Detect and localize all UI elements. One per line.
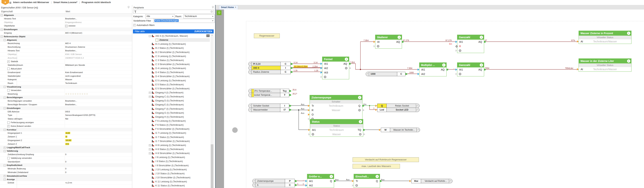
output-port-label[interactable]: AQ: [441, 67, 444, 72]
io-source-capsule[interactable]: iPi 3,14C: [248, 62, 291, 66]
property-row[interactable]: Einheit<v.2>m: [0, 181, 132, 185]
property-value[interactable]: Mittelwert pro Stunde: [65, 63, 85, 67]
filter-reset-button[interactable]: ZURÜCKSETZEN: [194, 29, 212, 33]
tree-item[interactable]: F 6 Leistung (I) (Technikraum): [133, 119, 210, 123]
info-icon[interactable]: i: [249, 71, 252, 73]
tree-item[interactable]: G 7 Stromzähler (I) (Technikraum): [133, 139, 210, 143]
property-value[interactable]: 15D80377.KGI0.5.3: [65, 56, 84, 60]
input-connector[interactable]: [308, 118, 310, 120]
add-output-icon[interactable]: +: [358, 109, 361, 112]
output-port-label[interactable]: AQ: [344, 62, 347, 66]
tree-item[interactable]: +Eingang C (I) (Technikraum): [133, 95, 210, 99]
property-value[interactable]: Bearbeiten...: [65, 103, 77, 106]
output-port-label[interactable]: Q: [376, 179, 378, 183]
expander-icon[interactable]: −: [4, 107, 6, 109]
checkbox[interactable]: ✓: [7, 125, 10, 127]
tree-item[interactable]: E 5 Status (I) (Technikraum): [133, 82, 210, 86]
input-connector[interactable]: [306, 180, 307, 182]
tree-item[interactable]: B 2 Stromzähler (I) (Technikraum): [133, 50, 210, 54]
expander-icon[interactable]: +: [4, 147, 6, 149]
logic-block[interactable]: ZisternenpumpeiSchalterTechnikraumTrQWas…: [310, 95, 362, 121]
info-icon[interactable]: i: [359, 120, 362, 123]
logic-block[interactable]: Wasser Zisterne in ProzentiVirtueller St…: [578, 31, 632, 44]
info-icon[interactable]: i: [345, 58, 348, 61]
info-icon[interactable]: i: [627, 59, 630, 63]
property-value[interactable]: KNX / EIB Sensor: [65, 53, 82, 56]
property-row[interactable]: Objektfarbeeeeeee: [0, 24, 132, 28]
io-source-capsule[interactable]: i1000C: [366, 72, 406, 76]
expander-icon[interactable]: −: [149, 35, 151, 37]
property-value[interactable]: 0: [65, 153, 66, 156]
logic-block[interactable]: StatusiStatusTechnikraumAI1TQWasser++: [310, 119, 363, 137]
expander-icon[interactable]: −: [1, 14, 3, 16]
auto-filter-checkbox[interactable]: ✓: [133, 24, 136, 26]
tree-item[interactable]: F 6 Status (I) (Technikraum): [133, 123, 210, 127]
info-icon[interactable]: i: [417, 129, 420, 131]
input-port-label[interactable]: AI2: [309, 183, 313, 188]
output-port-label[interactable]: AQ: [396, 40, 400, 44]
property-value[interactable]: nicht zugeordnet: [65, 74, 81, 78]
info-icon[interactable]: i: [358, 96, 361, 99]
property-value[interactable]: 2,5: [65, 142, 69, 146]
property-row[interactable]: BeschreibungDrucksensor Zisterne: [0, 45, 132, 49]
property-row[interactable]: Eingangswert 14,02: [0, 131, 132, 135]
tree-collapse-button[interactable]: −: [206, 34, 210, 37]
checkbox[interactable]: [7, 89, 10, 91]
io-source-capsule[interactable]: iAIO 4I: [248, 66, 291, 70]
input-connector[interactable]: [418, 73, 419, 75]
input-connector[interactable]: [418, 68, 419, 71]
property-row[interactable]: Zielwert 22,5: [0, 142, 132, 146]
property-row[interactable]: −Einstellungen: [0, 107, 132, 110]
property-value[interactable]: Bearbeiten...: [65, 99, 77, 103]
input-connector[interactable]: [308, 114, 310, 116]
expander-icon[interactable]: −: [4, 39, 6, 41]
expander-icon[interactable]: +: [149, 144, 151, 146]
add-input-icon[interactable]: +: [355, 184, 358, 187]
pin-icon[interactable]: [128, 6, 129, 9]
io-actuator-capsule[interactable]: MaiVerdacht auf Rohrbr...i: [411, 179, 452, 183]
property-value[interactable]: ☆☆☆☆☆☆☆☆☆☆: [65, 92, 88, 96]
expander-icon[interactable]: +: [149, 96, 151, 98]
tree-item[interactable]: C 3 Leistung (I) (Technikraum): [133, 54, 210, 58]
info-icon[interactable]: i: [253, 180, 256, 182]
logic-block[interactable]: SkaliereriAIAQ+: [375, 35, 402, 49]
checkbox[interactable]: [7, 157, 10, 159]
comment-box[interactable]: Verdacht auf Rohrbruch Regenwasser: [352, 157, 419, 162]
property-row[interactable]: Hinweis-TextBearbeiten...: [0, 49, 132, 53]
input-port-label[interactable]: AI3: [324, 70, 328, 75]
property-value[interactable]: Wasser: [65, 78, 72, 81]
tree-scrollbar[interactable]: ˄: [210, 34, 214, 188]
tree-item[interactable]: B 2 Leistung (I) (Technikraum): [133, 42, 210, 46]
property-value[interactable]: 0: [65, 171, 66, 174]
info-icon[interactable]: i: [249, 105, 252, 107]
expander-icon[interactable]: −: [1, 36, 3, 38]
io-actuator-capsule[interactable]: MWasser im Technikr...i: [381, 128, 420, 132]
input-connector[interactable]: [456, 50, 457, 52]
tree-item[interactable]: Eingang D (I) (Technikraum): [133, 99, 210, 103]
property-row[interactable]: TypeSensor/Analogwert EIS5 (DPT9): [0, 114, 132, 117]
io-source-capsule[interactable]: i1C: [252, 183, 295, 187]
input-connector[interactable]: [577, 68, 578, 70]
input-port-label[interactable]: AI: [580, 67, 583, 71]
expander-icon[interactable]: −: [1, 29, 3, 31]
property-row[interactable]: Berechtigte Benutzer / GruppenBearbeiten…: [0, 103, 132, 107]
output-port-label[interactable]: AQ: [478, 40, 482, 44]
property-row[interactable]: Minimale Änderung0: [0, 167, 132, 171]
property-row[interactable]: ObjekttypKNX / EIB Sensor: [0, 53, 132, 56]
expander-icon[interactable]: −: [4, 150, 6, 152]
tree-item[interactable]: D 4 Leistung (I) (Technikraum): [133, 66, 210, 70]
info-icon[interactable]: i: [366, 73, 369, 75]
property-value[interactable]: AIO 4 (Miniserver): [65, 31, 82, 35]
property-row[interactable]: Minimaler Zeitabstand0: [0, 171, 132, 174]
add-output-icon[interactable]: +: [359, 133, 362, 136]
input-port-label[interactable]: AI1: [459, 67, 463, 72]
info-icon[interactable]: i: [249, 67, 252, 69]
tree-item[interactable]: C 3 Status (I) (Technikraum): [133, 58, 210, 62]
info-icon[interactable]: i: [627, 32, 630, 35]
input-port-label[interactable]: R: [312, 108, 314, 112]
input-port-label[interactable]: AI: [580, 39, 583, 44]
tree-item[interactable]: J 10 Stromzähler (I) (Technikraum): [133, 175, 210, 179]
checkbox[interactable]: [7, 68, 10, 70]
input-connector[interactable]: [352, 180, 354, 182]
input-port-label[interactable]: AI1: [309, 179, 313, 183]
